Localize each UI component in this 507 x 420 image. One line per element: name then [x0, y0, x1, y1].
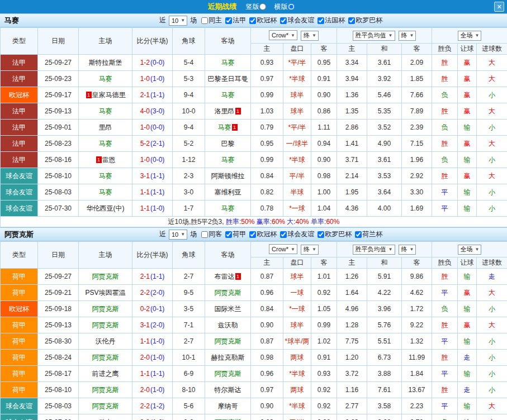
home-team[interactable]: 华伦西亚(中): [79, 201, 132, 217]
match-row[interactable]: 法甲25-09-01里昂1-0(0-0)9-4马赛10.79*平/半1.112.…: [1, 120, 507, 136]
filter-checkbox-荷甲[interactable]: 荷甲: [222, 230, 246, 239]
away-team[interactable]: 阿贾克斯: [205, 285, 251, 301]
home-team[interactable]: 阿贾克斯: [79, 301, 132, 317]
home-team[interactable]: 里昂: [79, 120, 132, 136]
match-row[interactable]: 法甲25-08-23马赛5-2(2-1)5-2巴黎0.95一/球半0.941.4…: [1, 136, 507, 152]
filter-checkbox-球会友谊[interactable]: 球会友谊: [277, 16, 314, 25]
home-team[interactable]: 马赛: [79, 168, 132, 184]
scope-dropdown[interactable]: 全场▼: [458, 245, 482, 255]
home-team[interactable]: 马赛: [79, 103, 132, 120]
home-team[interactable]: 1雷恩: [79, 152, 132, 168]
home-team[interactable]: 阿贾克斯: [79, 350, 132, 366]
layout-radio-input[interactable]: [288, 3, 295, 10]
checkbox-input[interactable]: [249, 231, 256, 238]
away-team[interactable]: 兹沃勒: [205, 317, 251, 333]
away-team[interactable]: 国际米兰: [205, 301, 251, 317]
checkbox-input[interactable]: [280, 231, 287, 238]
eu-final-dropdown[interactable]: 终▼: [399, 245, 416, 255]
match-row[interactable]: 球会友谊25-07-28科木3-0(1-0)3-2阿贾克斯0.83平/半0.98…: [1, 414, 507, 420]
odds-final-dropdown[interactable]: 终▼: [301, 31, 319, 41]
away-team[interactable]: 马赛: [205, 55, 251, 71]
match-row[interactable]: 欧冠杯25-09-171皇家马德里2-1(1-1)9-4马赛0.99球半0.90…: [1, 87, 507, 103]
away-team[interactable]: 巴黎圣日耳曼: [205, 71, 251, 87]
checkbox-input[interactable]: [201, 17, 208, 24]
scope-dropdown[interactable]: 全场▼: [458, 31, 482, 41]
layout-radio-input[interactable]: [259, 3, 266, 10]
home-team[interactable]: 前进之鹰: [79, 366, 132, 382]
filter-checkbox-荷兰杯[interactable]: 荷兰杯: [352, 230, 382, 239]
away-team[interactable]: 摩纳哥: [205, 398, 251, 414]
match-row[interactable]: 法甲25-08-161雷恩1-0(0-0)1-12马赛0.99*半球0.903.…: [1, 152, 507, 168]
checkbox-input[interactable]: [318, 231, 324, 238]
match-row[interactable]: 荷甲25-08-24阿贾克斯2-0(1-0)10-1赫拉克勒斯0.98两球0.9…: [1, 350, 507, 366]
away-team[interactable]: 塞维利亚: [205, 184, 251, 201]
away-team[interactable]: 巴黎: [205, 136, 251, 152]
match-row[interactable]: 荷甲25-09-27阿贾克斯2-1(1-1)2-7布雷达10.87球半1.011…: [1, 269, 507, 285]
match-row[interactable]: 荷甲25-08-17前进之鹰1-1(1-1)6-9阿贾克斯0.96*半球0.93…: [1, 366, 507, 382]
filter-checkbox-欧冠杯[interactable]: 欧冠杯: [246, 16, 277, 25]
match-row[interactable]: 荷甲25-08-10阿贾克斯2-0(1-0)8-10特尔斯达0.97两球0.92…: [1, 382, 507, 398]
checkbox-input[interactable]: [348, 17, 355, 24]
filter-checkbox-法甲[interactable]: 法甲: [222, 16, 246, 25]
home-team[interactable]: 阿贾克斯: [79, 269, 132, 285]
away-team[interactable]: 特尔斯达: [205, 382, 251, 398]
home-team[interactable]: 沃伦丹: [79, 333, 132, 350]
home-team[interactable]: 马赛: [79, 136, 132, 152]
filter-checkbox-同主[interactable]: 同主: [198, 16, 222, 25]
checkbox-input[interactable]: [225, 17, 232, 24]
away-team[interactable]: 阿贾克斯: [205, 414, 251, 420]
match-row[interactable]: 荷甲25-09-21PSV埃因霍温2-2(2-0)9-5阿贾克斯0.96一球0.…: [1, 285, 507, 301]
eu-source-dropdown[interactable]: 胜平负均值▼: [353, 31, 395, 41]
home-team[interactable]: 阿贾克斯: [79, 382, 132, 398]
away-team[interactable]: 马赛: [205, 201, 251, 217]
away-team[interactable]: 阿贾克斯: [205, 366, 251, 382]
match-row[interactable]: 法甲25-09-27斯特拉斯堡1-2(0-0)5-4马赛0.93*平/半0.95…: [1, 55, 507, 71]
away-team[interactable]: 阿斯顿维拉: [205, 168, 251, 184]
match-row[interactable]: 球会友谊25-07-30华伦西亚(中)1-1(1-0)1-7马赛0.78*一球1…: [1, 201, 507, 217]
match-row[interactable]: 荷甲25-09-13阿贾克斯3-1(2-0)7-1兹沃勒0.90球半0.991.…: [1, 317, 507, 333]
close-button[interactable]: ✕: [494, 2, 504, 12]
away-team[interactable]: 阿贾克斯: [205, 333, 251, 350]
checkbox-input[interactable]: [355, 231, 362, 238]
away-team[interactable]: 赫拉克勒斯: [205, 350, 251, 366]
layout-option-竖版[interactable]: 竖版: [246, 2, 268, 12]
layout-option-横版[interactable]: 横版: [274, 2, 296, 12]
odds-source-dropdown[interactable]: Crow*▼: [269, 244, 297, 254]
checkbox-input[interactable]: [280, 17, 287, 24]
match-row[interactable]: 球会友谊25-08-03马赛1-1(1-1)3-0塞维利亚0.82半球1.001…: [1, 184, 507, 201]
home-team[interactable]: 马赛: [79, 71, 132, 87]
home-team[interactable]: 斯特拉斯堡: [79, 55, 132, 71]
match-count-dropdown[interactable]: 10▼: [169, 16, 187, 26]
away-team[interactable]: 马赛: [205, 152, 251, 168]
match-row[interactable]: 球会友谊25-08-03阿贾克斯2-2(1-2)5-6摩纳哥0.90*半球0.9…: [1, 398, 507, 414]
match-row[interactable]: 欧冠杯25-09-18阿贾克斯0-2(0-1)3-5国际米兰0.84*一球1.0…: [1, 301, 507, 317]
away-team[interactable]: 马赛: [205, 87, 251, 103]
match-row[interactable]: 荷甲25-08-30沃伦丹1-1(1-0)2-7阿贾克斯0.87*球半/两1.0…: [1, 333, 507, 350]
eu-final-dropdown[interactable]: 终▼: [399, 31, 416, 41]
match-count-dropdown[interactable]: 10▼: [169, 230, 187, 240]
checkbox-input[interactable]: [249, 17, 256, 24]
checkbox-input[interactable]: [318, 17, 324, 24]
filter-checkbox-欧罗巴杯[interactable]: 欧罗巴杯: [314, 230, 352, 239]
checkbox-input[interactable]: [201, 231, 208, 238]
match-row[interactable]: 法甲25-09-13马赛4-0(3-0)10-0洛里昂11.03球半0.861.…: [1, 103, 507, 120]
match-row[interactable]: 法甲25-09-23马赛1-0(1-0)5-3巴黎圣日耳曼0.97*半球0.91…: [1, 71, 507, 87]
home-team[interactable]: 科木: [79, 414, 132, 420]
filter-checkbox-欧冠杯[interactable]: 欧冠杯: [246, 230, 277, 239]
home-team[interactable]: 1皇家马德里: [79, 87, 132, 103]
odds-final-dropdown[interactable]: 终▼: [301, 245, 319, 255]
odds-source-dropdown[interactable]: Crow*▼: [269, 30, 297, 40]
filter-checkbox-同客[interactable]: 同客: [198, 230, 222, 239]
filter-checkbox-法国杯[interactable]: 法国杯: [314, 16, 345, 25]
filter-checkbox-球会友谊[interactable]: 球会友谊: [277, 230, 314, 239]
away-team[interactable]: 马赛1: [205, 120, 251, 136]
home-team[interactable]: 阿贾克斯: [79, 398, 132, 414]
away-team[interactable]: 布雷达1: [205, 269, 251, 285]
home-team[interactable]: PSV埃因霍温: [79, 285, 132, 301]
eu-source-dropdown[interactable]: 胜平负均值▼: [353, 245, 395, 255]
match-row[interactable]: 球会友谊25-08-10马赛3-1(1-1)2-3阿斯顿维拉0.84平/半0.9…: [1, 168, 507, 184]
home-team[interactable]: 马赛: [79, 184, 132, 201]
filter-checkbox-欧罗巴杯[interactable]: 欧罗巴杯: [345, 16, 382, 25]
home-team[interactable]: 阿贾克斯: [79, 317, 132, 333]
checkbox-input[interactable]: [225, 231, 232, 238]
